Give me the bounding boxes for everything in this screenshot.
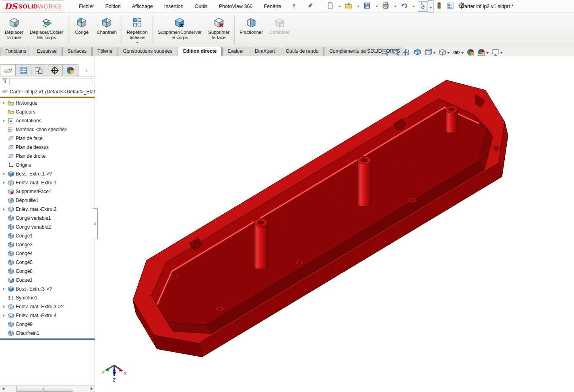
expand-arrow-icon[interactable] xyxy=(0,101,7,105)
tree-item-mat-riau-non-sp-cifi-[interactable]: Matériau <non spécifié> xyxy=(0,125,95,134)
tab-constructions-soud-es[interactable]: Constructions soudées xyxy=(118,47,178,56)
save-dropdown[interactable] xyxy=(374,5,379,8)
dimxpertmanager-tab[interactable] xyxy=(47,64,63,76)
tree-item-capteurs[interactable]: Capteurs xyxy=(0,107,95,116)
tree-item-enl-v-mat-extru-1[interactable]: Enlèv. mat.-Extru.1 xyxy=(0,178,95,187)
plane-icon xyxy=(7,153,14,159)
origin-icon xyxy=(7,162,14,168)
tree-item-enl-v-mat-extru-4[interactable]: Enlèv. mat.-Extru.4 xyxy=(0,311,95,320)
tree-item-enl-v-mat-extru-2[interactable]: Enlèv. mat.-Extru.2 xyxy=(0,205,95,214)
tree-root-item[interactable]: Carter inf lp2 v1 (Défaut<<Défaut>_Etat xyxy=(0,87,95,97)
pin-icon[interactable] xyxy=(307,2,314,10)
menu-outils[interactable]: Outils xyxy=(189,1,213,12)
tree-item-cong-8[interactable]: Congé8 xyxy=(0,267,95,276)
menu-edition[interactable]: Edition xyxy=(100,1,126,12)
tab-edition-directe[interactable]: Edition directe xyxy=(178,47,222,56)
propertymanager-tab[interactable] xyxy=(16,64,31,76)
scroll-right-arrow-icon[interactable] xyxy=(88,386,95,392)
menu-photoview-360[interactable]: PhotoView 360 xyxy=(213,1,258,12)
chevron-down-icon[interactable] xyxy=(500,52,503,54)
tree-item-cong-variable2[interactable]: Congé variable2 xyxy=(0,223,95,231)
open-folder-dropdown[interactable] xyxy=(355,5,361,8)
expand-arrow-icon[interactable] xyxy=(0,305,7,308)
delete-face-button[interactable]: Supprimerla face xyxy=(205,14,233,46)
scroll-left-arrow-icon[interactable] xyxy=(0,386,6,392)
chevron-down-icon[interactable] xyxy=(433,52,436,54)
tab-evaluer[interactable]: Evaluer xyxy=(222,47,249,56)
menu-fichier[interactable]: Fichier xyxy=(73,1,100,12)
undo-button[interactable] xyxy=(399,1,409,12)
tab-t-lerie[interactable]: Tôlerie xyxy=(92,47,118,56)
tab-surfaces[interactable]: Surfaces xyxy=(62,47,92,56)
tree-item-chanfrein1[interactable]: Chanfrein1 xyxy=(0,329,95,338)
chevron-down-icon[interactable] xyxy=(447,52,450,54)
tree-item-supprimerface1[interactable]: SupprimerFace1 xyxy=(0,187,95,196)
tree-item-cong-5[interactable]: Congé5 xyxy=(0,258,95,267)
material-icon xyxy=(7,126,14,133)
expand-arrow-icon[interactable] xyxy=(0,208,7,211)
menu-fen-tre[interactable]: Fenêtre xyxy=(258,1,287,12)
panel-splitter-handle[interactable] xyxy=(93,208,98,239)
save-button[interactable] xyxy=(362,1,372,12)
tree-item-enl-v-mat-extru-3-[interactable]: Enlèv. mat.-Extru.3->? xyxy=(0,302,95,311)
tree-item-cong-1[interactable]: Congé1 xyxy=(0,231,95,240)
solidworks-window: DSSOLIDWORKS FichierEditionAffichageInse… xyxy=(0,0,574,392)
expand-arrow-icon[interactable] xyxy=(0,172,7,175)
tree-item-d-pouille1[interactable]: Dépouille1 xyxy=(0,196,95,205)
tree-item-coque1[interactable]: Coque1 xyxy=(0,276,95,285)
tree-item-plan-de-droite[interactable]: Plan de droite xyxy=(0,152,95,161)
expand-arrow-icon[interactable] xyxy=(0,119,7,122)
fillet-tree-icon xyxy=(7,250,14,257)
delete-keep-body-button[interactable]: Supprimer/Conserverle corps xyxy=(155,14,205,46)
move-face-button[interactable]: Déplacerla face xyxy=(2,14,27,46)
tab-fonctions[interactable]: Fonctions xyxy=(0,47,31,56)
print-button[interactable] xyxy=(381,1,390,12)
tree-item-historique[interactable]: Historique xyxy=(0,99,95,107)
displaymanager-tab[interactable] xyxy=(63,64,78,76)
tree-item-cong-9[interactable]: Congé9 xyxy=(0,320,95,329)
configurationmanager-tab[interactable] xyxy=(31,64,47,76)
tree-item-sym-trie1[interactable]: Symétrie1 xyxy=(0,293,95,302)
tree-item-boss-extru-1-[interactable]: Boss.-Extru.1->? xyxy=(0,169,95,178)
fillet-tree-icon xyxy=(7,233,14,239)
featuremanager-tab[interactable] xyxy=(0,64,16,76)
split-button[interactable]: Fractionner xyxy=(236,14,266,46)
menu--[interactable]: ? xyxy=(287,1,301,12)
print-dropdown[interactable] xyxy=(392,5,398,8)
model-carter-part[interactable] xyxy=(95,56,574,392)
tab-dimxpert[interactable]: DimXpert xyxy=(250,47,280,56)
tree-item-cong-variable1[interactable]: Congé variable1 xyxy=(0,214,95,223)
tree-item-boss-extru-3-[interactable]: Boss.-Extru.3->? xyxy=(0,285,95,293)
tree-item-annotations[interactable]: AAnnotations xyxy=(0,116,95,125)
scrollbar-thumb[interactable] xyxy=(16,386,73,392)
tab-outils-de-rendu[interactable]: Outils de rendu xyxy=(281,47,324,56)
viewport-3d[interactable]: X Y Z xyxy=(95,56,574,392)
expand-arrow-icon[interactable] xyxy=(0,287,7,291)
panel-horizontal-scrollbar[interactable] xyxy=(0,385,95,392)
manager-tabs-overflow-button[interactable]: › xyxy=(78,64,95,76)
move-copy-bodies-button[interactable]: Déplacer/Copierles corps xyxy=(27,14,66,46)
new-document-button[interactable] xyxy=(325,1,335,12)
command-tabs: FonctionsEsquisseSurfacesTôlerieConstruc… xyxy=(0,47,406,56)
tree-item-plan-de-dessus[interactable]: Plan de dessus xyxy=(0,143,95,152)
new-document-dropdown[interactable] xyxy=(337,5,342,8)
feature-filter-input[interactable] xyxy=(9,78,93,85)
chevron-down-icon[interactable] xyxy=(486,52,489,54)
menu-insertion[interactable]: Insertion xyxy=(159,1,189,12)
linear-pattern-button[interactable]: Répétitionlinéaire xyxy=(124,14,151,46)
menu-items: FichierEditionAffichageInsertionOutilsPh… xyxy=(73,1,301,12)
tree-item-cong-3[interactable]: Congé3 xyxy=(0,240,95,249)
expand-arrow-icon[interactable] xyxy=(0,181,7,184)
chevron-down-icon[interactable] xyxy=(461,52,464,54)
chamfer-button[interactable]: Chanfrein xyxy=(93,14,120,46)
open-folder-button[interactable] xyxy=(344,1,353,12)
menu-affichage[interactable]: Affichage xyxy=(126,1,159,12)
chevron-down-icon[interactable] xyxy=(136,42,138,43)
fillet-button[interactable]: Congé xyxy=(70,14,93,46)
tree-item-origine[interactable]: Origine xyxy=(0,161,95,169)
tree-item-cong-4[interactable]: Congé4 xyxy=(0,249,95,258)
expand-arrow-icon[interactable] xyxy=(0,314,7,317)
tree-item-plan-de-face[interactable]: Plan de face xyxy=(0,134,95,143)
tab-esquisse[interactable]: Esquisse xyxy=(32,47,62,56)
tree-item-label: Congé4 xyxy=(16,251,33,256)
